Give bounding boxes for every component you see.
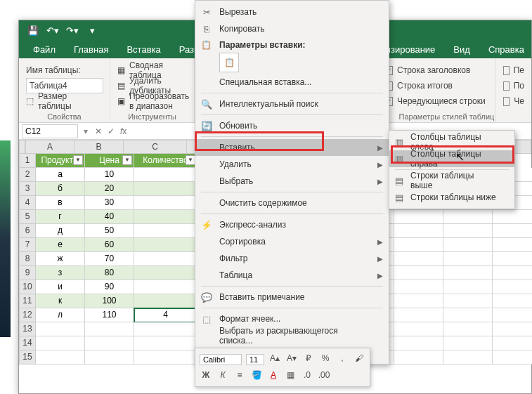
ctx-clear[interactable]: Очистить содержимое [195,195,389,211]
cell[interactable] [493,350,532,365]
ctx-select[interactable]: Выбрать▶ [195,173,389,190]
paste-default-button[interactable]: 📋 [219,53,239,72]
table-cell[interactable]: к [36,294,85,308]
table-cell[interactable]: 90 [85,280,134,294]
row-header[interactable]: 15 [19,350,36,365]
sub-cols-right[interactable]: ▥Столбцы таблицы справа [389,150,514,167]
table-cell[interactable]: а [36,168,85,182]
row-header[interactable]: 8 [19,252,36,266]
last-col-check[interactable]: По [503,78,524,93]
redo-icon[interactable]: ↷▾ [64,22,81,38]
cell[interactable] [134,322,197,336]
table-cell[interactable] [134,266,197,280]
tab-insert[interactable]: Вставка [118,41,169,58]
cell[interactable] [394,210,443,224]
row-header[interactable]: 6 [19,224,36,238]
cell[interactable] [394,308,443,322]
row-header[interactable]: 3 [19,182,36,196]
header-row-check[interactable]: ✓Строка заголовков [384,63,488,78]
table-cell[interactable] [134,224,197,238]
row-header[interactable]: 7 [19,238,36,252]
bold-icon[interactable]: Ж [200,370,212,383]
ctx-table[interactable]: Таблица▶ [195,267,389,284]
cell[interactable] [394,294,443,308]
mini-size[interactable]: 11 [246,354,264,365]
cell[interactable] [394,350,443,365]
cell[interactable] [493,238,532,252]
cell[interactable] [134,336,197,350]
cell[interactable] [443,224,493,238]
table-cell[interactable] [134,294,197,308]
cell[interactable] [493,224,532,238]
tab-home[interactable]: Главная [65,41,117,58]
table-cell[interactable]: 110 [85,308,134,322]
cell[interactable] [394,322,443,336]
table-cell[interactable]: и [36,280,85,294]
table-cell[interactable]: в [36,196,85,210]
cell[interactable] [493,322,532,336]
table-header[interactable]: Продукты▼ [36,154,85,168]
align-icon[interactable]: ≡ [233,370,246,383]
cell[interactable] [443,322,493,336]
cell[interactable] [443,280,493,294]
sub-rows-above[interactable]: ▤Строки таблицы выше [389,172,514,189]
cell[interactable] [443,336,493,350]
filter-dropdown-icon[interactable]: ▼ [186,155,195,165]
table-cell[interactable]: 4 [134,308,197,322]
convert-button[interactable]: ▣Преобразовать в диапазон [117,93,187,109]
table-cell[interactable]: 100 [85,294,134,308]
ctx-sort[interactable]: Сортировка▶ [195,233,389,250]
table-cell[interactable]: е [36,238,85,252]
table-cell[interactable] [134,238,197,252]
font-color-icon[interactable]: A [267,370,280,383]
select-all-corner[interactable] [19,140,25,154]
currency-icon[interactable]: ₽ [302,353,315,366]
table-cell[interactable]: б [36,182,85,196]
filter-dropdown-icon[interactable]: ▼ [73,155,83,165]
row-header[interactable]: 10 [19,280,36,294]
ctx-paste-special[interactable]: Специальная вставка... [195,74,389,91]
col-header[interactable]: C [124,140,187,154]
name-box[interactable]: C12 [22,124,78,138]
table-cell[interactable] [134,210,197,224]
row-header[interactable]: 13 [19,322,36,336]
cell[interactable] [493,308,532,322]
tab-help[interactable]: Справка [480,41,532,58]
table-cell[interactable]: 40 [85,210,134,224]
table-cell[interactable]: 60 [85,238,134,252]
ctx-copy[interactable]: ⎘Копировать [195,20,389,37]
table-cell[interactable]: г [36,210,85,224]
cell[interactable] [36,322,85,336]
ctx-smart-lookup[interactable]: 🔍Интеллектуальный поиск [195,96,389,112]
cell[interactable] [394,266,443,280]
table-cell[interactable] [134,182,197,196]
table-cell[interactable]: л [36,308,85,322]
ctx-quick-analysis[interactable]: ⚡Экспресс-анализ [195,216,389,233]
cell[interactable] [443,252,493,266]
sub-cols-left[interactable]: ▥Столбцы таблицы слева [389,133,514,150]
borders-icon[interactable]: ▦ [284,370,297,383]
increase-decimal-icon[interactable]: .00 [318,370,330,383]
total-row-check[interactable]: Строка итогов [384,78,488,93]
cell[interactable] [443,238,493,252]
percent-icon[interactable]: % [319,353,332,366]
row-header[interactable]: 4 [19,196,36,210]
ctx-filter[interactable]: Фильтр▶ [195,250,389,267]
table-cell[interactable] [134,252,197,266]
decrease-font-icon[interactable]: A▾ [285,353,298,366]
ctx-pick-from-list[interactable]: Выбрать из раскрывающегося списка... [195,327,389,344]
tab-view[interactable]: Вид [445,41,479,58]
col-header[interactable]: A [25,140,74,154]
table-header[interactable]: Количество▼ [134,154,197,168]
increase-font-icon[interactable]: A▴ [268,353,281,366]
cell[interactable] [394,238,443,252]
cell[interactable] [493,266,532,280]
cancel-icon[interactable]: ✕ [95,126,102,136]
save-icon[interactable]: 💾 [25,22,41,38]
table-cell[interactable]: 50 [85,224,134,238]
cell[interactable] [443,308,493,322]
table-cell[interactable]: ж [36,252,85,266]
row-header[interactable]: 5 [19,210,36,224]
cell[interactable] [443,294,493,308]
ctx-delete[interactable]: Удалить▶ [195,156,389,173]
